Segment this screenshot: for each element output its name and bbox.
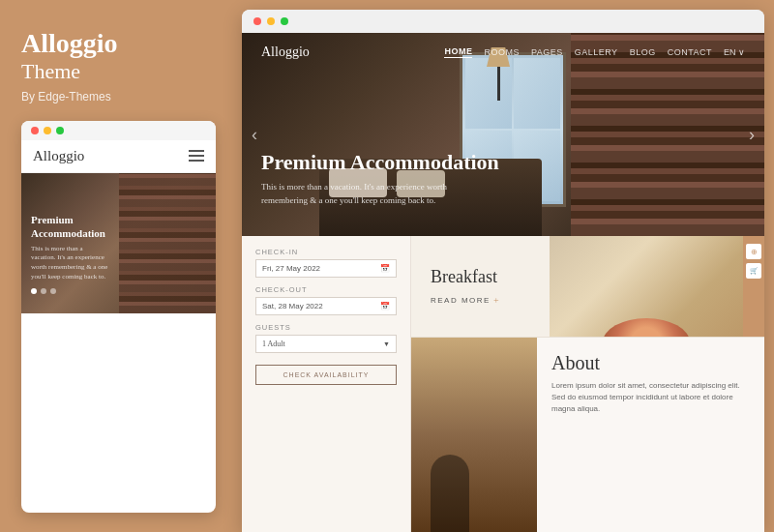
sidebar-icon-2[interactable]: 🛒 [746,263,761,279]
breakfast-title: Breakfast [431,267,530,287]
guests-label: GUESTS [255,323,397,332]
brand-by: By Edge-Themes [21,90,216,103]
mobile-hero-desc: This is more than a vacation. It's an ex… [31,245,108,282]
hero-section: Alloggio HOME ROOMS PAGES GALLERY BLOG C… [242,33,764,236]
booking-form: CHECK-IN Fri, 27 May 2022 📅 CHECK-OUT Sa… [242,236,411,532]
browser-dot-yellow [267,17,275,25]
sidebar-icon-1[interactable]: ⊕ [746,244,761,259]
left-panel: Alloggio Theme By Edge-Themes Alloggio P… [0,0,237,532]
hamburger-menu[interactable] [189,150,204,162]
checkin-label: CHECK-IN [255,248,397,256]
mobile-hero: PremiumAccommodation This is more than a… [21,173,216,313]
brand-subtitle: Theme [21,59,216,84]
hero-nav: Alloggio HOME ROOMS PAGES GALLERY BLOG C… [242,33,764,72]
brand-title: Alloggio [21,29,216,59]
right-sidebar: ⊕ 🛒 [743,236,764,337]
plus-icon: ⊕ [751,248,758,256]
browser-bar [242,10,764,33]
person-silhouette [431,455,469,532]
hero-description: This is more than a vacation. It's an ex… [261,181,474,207]
mobile-hero-text: PremiumAccommodation This is more than a… [31,213,108,294]
about-image [411,338,537,532]
hero-text-block: Premium Accommodation This is more than … [261,150,499,207]
carousel-dot-2[interactable] [41,288,46,294]
mobile-preview-card: Alloggio PremiumAccommodation This is mo… [21,121,216,513]
hero-prev-arrow[interactable]: ‹ [247,120,262,150]
mobile-bar [21,121,216,140]
nav-link-contact[interactable]: CONTACT [668,47,712,57]
breakfast-readmore[interactable]: READ MORE + [431,295,530,306]
dot-red [31,127,39,134]
browser-window: Alloggio HOME ROOMS PAGES GALLERY BLOG C… [242,10,764,532]
bowl-food [603,318,690,338]
breakfast-arrow-icon: + [493,295,499,306]
about-text: Lorem ipsum dolor sit amet, consectetur … [551,380,750,415]
calendar-icon-checkout: 📅 [380,302,390,310]
mobile-hero-title: PremiumAccommodation [31,213,108,241]
dot-yellow [44,127,51,134]
checkout-value: Sat, 28 May 2022 [262,302,323,310]
nav-lang[interactable]: EN ∨ [724,47,745,57]
nav-link-pages[interactable]: PAGES [531,47,563,57]
breakfast-image [550,236,743,338]
nav-link-home[interactable]: HOME [444,46,472,58]
breakfast-text-block: Breakfast READ MORE + [411,236,550,337]
guests-value: 1 Adult [262,340,285,348]
dot-green [56,127,64,134]
checkin-input[interactable]: Fri, 27 May 2022 📅 [255,259,397,278]
bottom-section: CHECK-IN Fri, 27 May 2022 📅 CHECK-OUT Sa… [242,236,764,532]
browser-dot-green [281,17,288,25]
nav-link-gallery[interactable]: GALLERY [575,47,618,57]
nav-link-blog[interactable]: BLOG [630,47,656,57]
mobile-firewood [119,173,217,313]
mobile-header: Alloggio [21,140,216,173]
checkin-value: Fri, 27 May 2022 [262,264,320,273]
about-content: About Lorem ipsum dolor sit amet, consec… [537,338,764,532]
checkout-label: CHECK-OUT [255,285,397,294]
checkout-field: CHECK-OUT Sat, 28 May 2022 📅 [255,285,397,315]
guests-field: GUESTS 1 Adult ▼ [255,323,397,353]
breakfast-feature: Breakfast READ MORE + ⊕ [411,236,764,338]
checkout-input[interactable]: Sat, 28 May 2022 📅 [255,297,397,315]
cart-icon: 🛒 [750,267,759,275]
about-title: About [551,352,750,374]
middle-area: Breakfast READ MORE + ⊕ [411,236,764,532]
browser-dot-red [253,17,261,25]
hero-next-arrow[interactable]: › [744,120,759,150]
check-availability-button[interactable]: CHECK AVAILABILITY [255,365,397,385]
carousel-dot-1[interactable] [31,288,37,294]
mobile-carousel-dots [31,288,108,294]
dropdown-arrow-icon: ▼ [383,340,390,348]
nav-link-rooms[interactable]: ROOMS [484,47,520,57]
browser-content: Alloggio HOME ROOMS PAGES GALLERY BLOG C… [242,33,764,532]
about-section: About Lorem ipsum dolor sit amet, consec… [411,338,764,532]
calendar-icon-checkin: 📅 [380,264,390,273]
nav-logo: Alloggio [261,44,310,60]
carousel-dot-3[interactable] [50,288,56,294]
checkin-field: CHECK-IN Fri, 27 May 2022 📅 [255,248,397,278]
nav-links: HOME ROOMS PAGES GALLERY BLOG CONTACT EN… [444,46,745,58]
hero-title: Premium Accommodation [261,150,499,175]
lamp-pole [497,67,500,101]
guests-select[interactable]: 1 Adult ▼ [255,335,397,353]
breakfast-link-text: READ MORE [431,296,491,305]
mobile-logo: Alloggio [33,148,84,164]
